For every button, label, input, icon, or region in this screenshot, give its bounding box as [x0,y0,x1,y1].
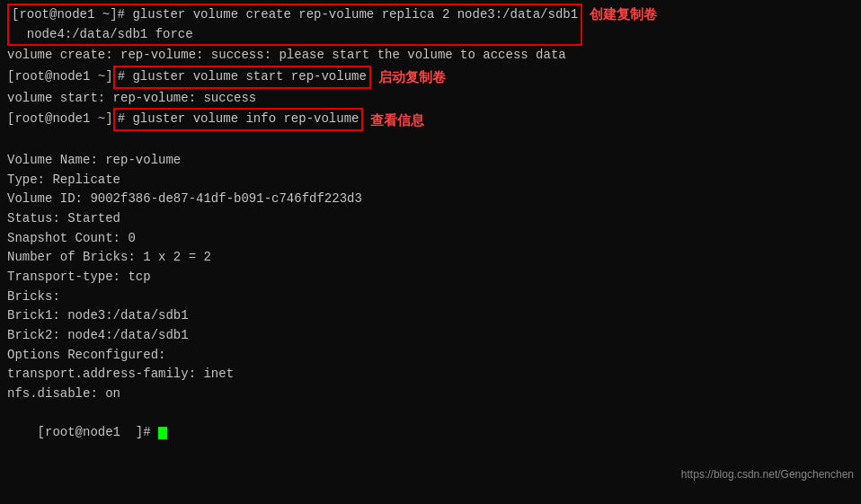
transport-type-line: Transport-type: tcp [7,268,854,287]
create-cmd-box: [root@node1 ~]# gluster volume create re… [7,4,582,46]
brick2-line: Brick2: node4:/data/sdb1 [7,326,854,346]
start-command-line: [root@node1 ~]# gluster volume start rep… [7,66,854,89]
status-line: Status: Started [7,209,854,229]
create-command-text: [root@node1 ~]# gluster volume create re… [7,4,582,46]
type-line: Type: Replicate [7,171,854,190]
start-cmd-box: # gluster volume start rep-volume [113,66,371,89]
create-success-line: volume create: rep-volume: success: plea… [7,46,854,66]
blank-line [7,131,854,151]
info-annotation: 查看信息 [370,110,424,130]
info-prompt: [root@node1 ~] [7,110,113,129]
create-annotation: 创建复制卷 [590,4,657,24]
volume-id-line: Volume ID: 9002f386-de87-41df-b091-c746f… [7,190,854,209]
bricks-number-line: Number of Bricks: 1 x 2 = 2 [7,248,854,268]
terminal-cursor [158,427,167,439]
options-reconfig-line: Options Reconfigured: [7,346,854,366]
start-annotation: 启动复制卷 [378,66,446,87]
nfs-disable-line: nfs.disable: on [7,385,854,404]
info-cmd-box: # gluster volume info rep-volume [113,108,364,131]
volume-name-line: Volume Name: rep-volume [7,151,854,171]
cursor-line: [root@node1 ]# [7,404,854,463]
bricks-label-line: Bricks: [7,287,854,307]
terminal: [root@node1 ~]# gluster volume create re… [0,0,861,504]
create-command-block: [root@node1 ~]# gluster volume create re… [7,4,854,46]
brick1-line: Brick1: node3:/data/sdb1 [7,306,854,326]
start-prompt: [root@node1 ~] [7,67,113,87]
cursor-prompt: [root@node1 ]# [38,425,158,439]
watermark: https://blog.csdn.net/Gengchenchen [681,468,854,481]
transport-address-line: transport.address-family: inet [7,365,854,385]
snapshot-line: Snapshot Count: 0 [7,229,854,249]
start-success-line: volume start: rep-volume: success [7,89,854,109]
info-command-line: [root@node1 ~]# gluster volume info rep-… [7,108,854,131]
